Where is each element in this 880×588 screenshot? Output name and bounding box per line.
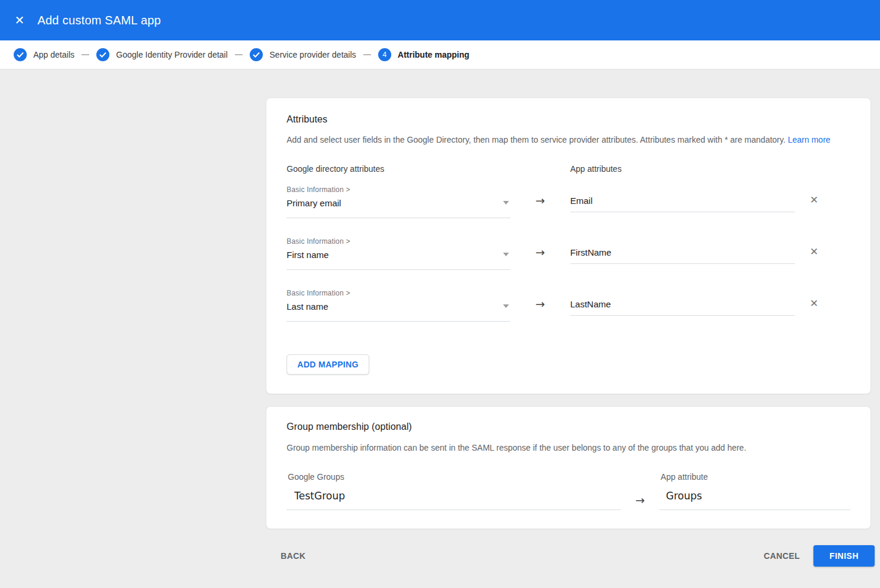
- directory-attribute-value: Last name: [287, 301, 328, 312]
- step-service-provider-details[interactable]: Service provider details: [250, 48, 356, 61]
- attributes-description-text: Add and select user fields in the Google…: [287, 135, 785, 144]
- step-label: Service provider details: [269, 50, 356, 59]
- check-icon: [14, 48, 27, 61]
- finish-button[interactable]: FINISH: [813, 545, 875, 567]
- group-arrow-cell: →: [621, 472, 659, 506]
- arrow-right-icon: →: [536, 195, 545, 206]
- mapping-column-headers: Google directory attributes App attribut…: [287, 164, 850, 174]
- chevron-down-icon: [503, 304, 509, 308]
- attributes-card-description: Add and select user fields in the Google…: [287, 135, 850, 144]
- attribute-category-label: Basic Information >: [287, 289, 510, 297]
- mapping-row: Basic Information > Primary email → Emai…: [287, 185, 850, 218]
- arrow-right-icon: →: [635, 495, 645, 506]
- group-membership-description: Group membership information can be sent…: [287, 443, 850, 452]
- directory-attribute-value: First name: [287, 250, 329, 260]
- directory-attribute-select[interactable]: Basic Information > First name: [287, 237, 510, 270]
- google-groups-input[interactable]: TestGroup: [287, 490, 621, 510]
- step-label: Attribute mapping: [398, 50, 470, 59]
- content-area: Attributes Add and select user fields in…: [0, 70, 880, 567]
- app-attributes-header: App attributes: [570, 164, 621, 174]
- attributes-card-title: Attributes: [287, 114, 850, 125]
- app-attribute-value: Email: [570, 196, 795, 212]
- chevron-down-icon: [503, 201, 509, 205]
- app-attribute-input[interactable]: FirstName: [570, 247, 795, 264]
- attributes-card: Attributes Add and select user fields in…: [266, 98, 871, 394]
- directory-attribute-select[interactable]: Basic Information > Primary email: [287, 185, 510, 218]
- mapping-arrow-cell: →: [510, 195, 570, 206]
- group-membership-card: Group membership (optional) Group member…: [266, 406, 871, 529]
- app-bar: ✕ Add custom SAML app: [0, 0, 880, 40]
- google-directory-attributes-header: Google directory attributes: [287, 164, 570, 174]
- step-connector: [81, 54, 89, 55]
- add-mapping-button[interactable]: ADD MAPPING: [287, 354, 369, 375]
- group-app-attribute-value: Groups: [659, 490, 702, 502]
- google-groups-label: Google Groups: [287, 472, 621, 482]
- attribute-category-label: Basic Information >: [287, 237, 510, 246]
- attribute-category-label: Basic Information >: [287, 185, 510, 194]
- google-groups-value: TestGroup: [287, 490, 345, 502]
- learn-more-link[interactable]: Learn more: [788, 135, 831, 144]
- arrow-right-icon: →: [536, 298, 545, 310]
- arrow-right-icon: →: [536, 247, 545, 258]
- step-attribute-mapping[interactable]: 4 Attribute mapping: [378, 48, 470, 61]
- mapping-arrow-cell: →: [510, 247, 570, 258]
- dialog-title: Add custom SAML app: [37, 14, 161, 27]
- remove-mapping-icon[interactable]: ✕: [808, 297, 820, 309]
- check-icon: [250, 48, 263, 61]
- step-connector: [235, 54, 243, 55]
- group-mapping-row: Google Groups TestGroup → App attribute …: [287, 472, 850, 510]
- wizard-stepper: App details Google Identity Provider det…: [0, 40, 880, 70]
- step-label: Google Identity Provider details: [116, 50, 228, 59]
- step-connector: [363, 54, 371, 55]
- remove-mapping-icon[interactable]: ✕: [808, 194, 820, 206]
- step-label: App details: [33, 50, 74, 59]
- step-number-badge: 4: [378, 48, 391, 61]
- mapping-row: Basic Information > First name → FirstNa…: [287, 237, 850, 270]
- group-app-attribute-input[interactable]: Groups: [659, 490, 850, 510]
- app-attribute-input[interactable]: Email: [570, 196, 795, 212]
- mapping-row: Basic Information > Last name → LastName…: [287, 289, 850, 322]
- check-icon: [96, 48, 109, 61]
- wizard-actions: BACK CANCEL FINISH: [266, 545, 875, 567]
- step-google-idp-details[interactable]: Google Identity Provider details: [96, 48, 228, 61]
- chevron-down-icon: [503, 253, 509, 256]
- group-membership-title: Group membership (optional): [287, 422, 850, 432]
- app-attribute-value: FirstName: [570, 247, 795, 264]
- directory-attribute-select[interactable]: Basic Information > Last name: [287, 289, 510, 322]
- directory-attribute-value: Primary email: [287, 198, 341, 208]
- app-attribute-input[interactable]: LastName: [570, 299, 795, 316]
- remove-mapping-icon[interactable]: ✕: [808, 246, 820, 257]
- close-icon[interactable]: ✕: [12, 12, 27, 28]
- app-attribute-value: LastName: [570, 299, 795, 316]
- back-button[interactable]: BACK: [276, 545, 310, 567]
- step-app-details[interactable]: App details: [14, 48, 74, 61]
- mapping-arrow-cell: →: [510, 298, 570, 310]
- cancel-button[interactable]: CANCEL: [759, 545, 804, 567]
- group-app-attribute-label: App attribute: [659, 472, 850, 482]
